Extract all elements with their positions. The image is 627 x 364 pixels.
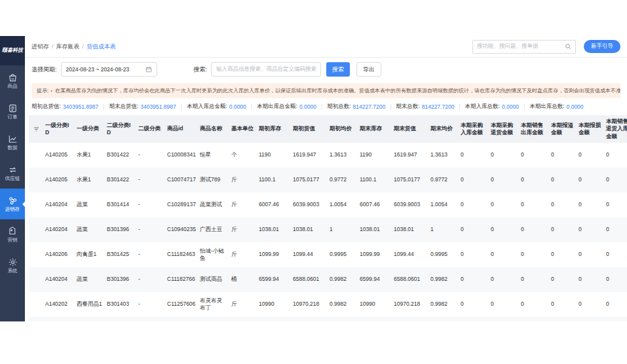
table-cell: 1099.99: [358, 242, 392, 267]
gear-icon: [8, 257, 18, 267]
table-cell: 0: [549, 143, 577, 168]
hint-bullet-icon: •: [50, 88, 52, 94]
table-cell: 水果1: [75, 168, 105, 192]
table-cell: 蔬菜: [75, 267, 105, 292]
breadcrumb-item-3[interactable]: 货值成本表: [86, 43, 116, 51]
sidebar-item-2[interactable]: 订单: [0, 96, 25, 127]
table-cell: 0.9982: [328, 267, 358, 292]
table-cell: 0: [549, 242, 577, 267]
export-button[interactable]: 导出: [356, 62, 381, 77]
hint-bar: 提示: • 在某商品库存为负的情况下，库存均价会在此商品下一次入库时更新为的此次…: [31, 83, 620, 98]
row-gutter-cell: [29, 242, 43, 267]
date-range-picker[interactable]: 2024-08-23 ~ 2024-08-23: [61, 62, 157, 77]
table-cell: 0: [459, 292, 489, 317]
table-cell: -: [136, 267, 165, 292]
sidebar-item-3[interactable]: 数据: [0, 127, 25, 158]
column-header: 本期报损金额: [577, 115, 604, 143]
table-cell: 1190: [358, 143, 392, 168]
table-cell: 1190: [257, 143, 291, 168]
table-cell: 怡城-小鲶鱼: [198, 242, 229, 267]
table-cell: 蔬菜: [75, 192, 105, 217]
summary-value: 0.0000: [567, 103, 584, 110]
summary-label: 期初总货值:: [31, 103, 61, 111]
breadcrumb-item-1[interactable]: 进销存: [31, 43, 49, 51]
table-cell: B301414: [105, 192, 136, 217]
table-cell: 0: [604, 192, 627, 217]
table-cell: [549, 317, 577, 321]
table-cell: [392, 317, 428, 321]
table-cell: 1.3613: [428, 143, 459, 168]
table-cell: 0: [577, 292, 604, 317]
table-row-partial: [29, 317, 627, 321]
table-cell: A140205: [43, 168, 75, 192]
column-filter-icon[interactable]: [29, 115, 43, 143]
table-cell: 0: [549, 168, 577, 192]
summary-label: 期末总货值:: [109, 103, 138, 111]
row-gutter-cell: [29, 168, 43, 192]
table-cell: [229, 317, 257, 321]
table-cell: 布灵布灵布丁: [198, 292, 229, 317]
table-cell: 0: [604, 267, 627, 292]
table-cell: 0.9982: [428, 267, 459, 292]
summary-separator: |: [251, 103, 252, 110]
table-row-1: A140205水果1B301422-C10008341恒星个11901619.9…: [29, 143, 627, 168]
bag-icon: [8, 73, 18, 82]
table-cell: 1.3613: [328, 143, 358, 168]
search-button[interactable]: 搜索: [326, 62, 350, 77]
table-cell: 0: [604, 168, 627, 192]
table-cell: A140206: [43, 242, 75, 267]
table-cell: 10990: [257, 292, 291, 317]
table-cell: 0: [577, 217, 604, 242]
table-cell: -: [136, 168, 165, 192]
calendar-icon: [145, 66, 152, 73]
table-cell: 0: [489, 168, 519, 192]
table-cell: 0: [489, 143, 519, 168]
table-cell: [75, 317, 105, 321]
row-gutter-cell: [29, 192, 43, 217]
table-cell: 0: [459, 168, 489, 192]
column-header: 期初库存: [257, 115, 291, 143]
table-cell: 6039.9003: [392, 192, 428, 217]
sidebar-item-5[interactable]: 进销存: [0, 189, 25, 219]
nodes-icon: [8, 196, 18, 206]
product-search-input[interactable]: 输入商品信息搜索、商品自定义编码搜索: [211, 62, 321, 77]
table-cell: 1099.44: [291, 242, 328, 267]
table-cell: 0: [489, 192, 519, 217]
column-header: 期初均价: [328, 115, 358, 143]
summary-separator: |: [181, 103, 182, 110]
table-cell: -: [136, 217, 165, 242]
breadcrumb-separator: /: [52, 43, 54, 50]
column-header: 期末均价: [428, 115, 459, 143]
summary-separator: |: [523, 103, 525, 110]
chart-icon: [8, 134, 18, 144]
sidebar-item-7[interactable]: 系统: [0, 250, 25, 281]
sidebar-item-label: 系统: [7, 268, 17, 274]
table-cell: 1619.947: [291, 143, 328, 168]
column-header: 本期销售退货入库金额: [604, 115, 627, 143]
sidebar-item-1[interactable]: 商品: [0, 65, 25, 96]
column-header: 本期销售出库金额: [519, 115, 549, 143]
table-cell: 0: [519, 217, 549, 242]
table-cell: 斤: [229, 242, 257, 267]
table-cell: [136, 317, 165, 321]
summary-value: 0.0000: [502, 103, 519, 110]
column-header: 一级分类ID: [43, 115, 75, 143]
table-cell: [198, 317, 229, 321]
beginner-guide-button[interactable]: 新手引导: [584, 40, 620, 53]
table-cell: 0: [489, 242, 519, 267]
table-cell: 肉禽蛋1: [75, 242, 105, 267]
sidebar-item-6[interactable]: 营销: [0, 219, 25, 250]
sidebar-item-4[interactable]: 供应链: [0, 158, 25, 189]
breadcrumb-item-2[interactable]: 库存账表: [56, 43, 80, 51]
table-cell: B301396: [105, 267, 136, 292]
summary-separator: |: [459, 103, 460, 110]
table-cell: 1038.01: [358, 217, 392, 242]
table-cell: 1099.44: [392, 242, 428, 267]
table-cell: 0: [459, 242, 489, 267]
global-search-input[interactable]: 搜功能、搜问题、搜单据: [472, 40, 576, 54]
table-cell: B301396: [105, 217, 136, 242]
table-cell: A140204: [43, 192, 75, 217]
table-cell: B301425: [105, 242, 136, 267]
hint-label: 提示:: [37, 87, 48, 94]
filter-row: 选择周期: 2024-08-23 ~ 2024-08-23 搜索: 输入商品信息…: [25, 58, 627, 81]
